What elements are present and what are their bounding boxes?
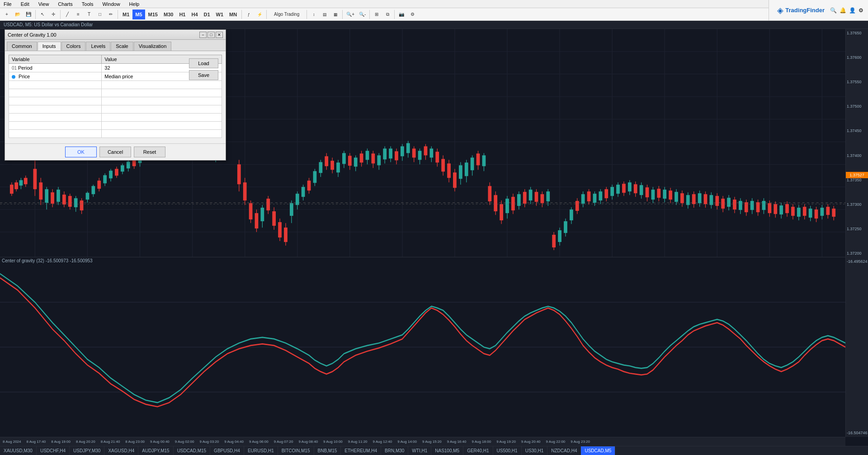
row1-name: Period — [18, 65, 33, 71]
row2-variable: Price — [9, 72, 102, 81]
inputs-area: Variable Value 01 Period 32 — [9, 55, 222, 140]
dialog-tab-levels[interactable]: Levels — [86, 42, 110, 51]
cancel-button[interactable]: Cancel — [99, 147, 131, 157]
col-variable: Variable — [9, 55, 102, 64]
table-row-empty — [9, 130, 222, 138]
reset-button[interactable]: Reset — [134, 147, 165, 157]
blue-dot-icon — [12, 75, 15, 79]
dialog-tab-visualization[interactable]: Visualization — [134, 42, 172, 51]
dialog-title: Center of Gravity 1.00 — [8, 32, 57, 38]
table-row-empty — [9, 114, 222, 122]
dialog-footer: OK Cancel Reset — [5, 143, 226, 160]
table-row-empty — [9, 105, 222, 114]
dialog-tab-scale[interactable]: Scale — [111, 42, 133, 51]
dialog-controls: − □ ✕ — [199, 32, 223, 38]
dialog-tabs: Common Inputs Colors Levels Scale Visual… — [5, 40, 226, 51]
dialog-content: Variable Value 01 Period 32 — [5, 51, 226, 143]
dialog-close-button[interactable]: ✕ — [216, 32, 223, 38]
dialog-maximize-button[interactable]: □ — [208, 32, 215, 38]
load-button[interactable]: Load — [189, 58, 218, 68]
right-panel: Load Save — [189, 58, 218, 80]
table-row-empty — [9, 97, 222, 105]
row2-name: Price — [19, 74, 30, 79]
row1-id: 01 — [12, 66, 18, 71]
table-row-empty — [9, 89, 222, 97]
dialog-minimize-button[interactable]: − — [199, 32, 207, 38]
table-row-empty — [9, 122, 222, 130]
dialog-window: Center of Gravity 1.00 − □ ✕ Common Inpu… — [5, 29, 226, 161]
dialog-overlay: Center of Gravity 1.00 − □ ✕ Common Inpu… — [0, 0, 868, 455]
table-row-empty — [9, 81, 222, 89]
row1-variable: 01 Period — [9, 64, 102, 72]
dialog-tab-colors[interactable]: Colors — [61, 42, 86, 51]
dialog-tab-inputs[interactable]: Inputs — [38, 42, 61, 51]
ok-button[interactable]: OK — [65, 147, 97, 157]
dialog-tab-common[interactable]: Common — [7, 42, 37, 51]
save-preset-button[interactable]: Save — [189, 70, 218, 80]
dialog-titlebar[interactable]: Center of Gravity 1.00 − □ ✕ — [5, 30, 226, 40]
